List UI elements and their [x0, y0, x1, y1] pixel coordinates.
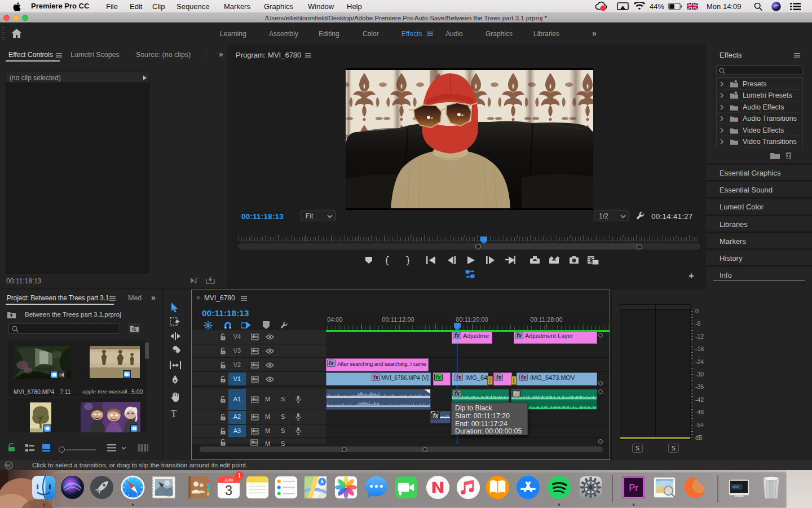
svg-text:Pr: Pr: [629, 483, 638, 493]
svg-text:3: 3: [224, 483, 232, 498]
svg-text:JUN: JUN: [224, 478, 233, 483]
